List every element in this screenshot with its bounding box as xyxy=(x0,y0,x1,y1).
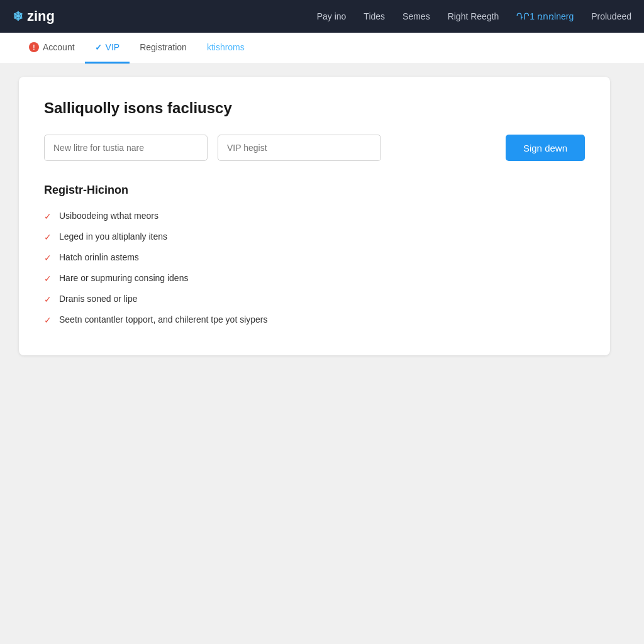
nav-link-proludeed[interactable]: Proludeed xyxy=(591,11,631,21)
nav-link-payino[interactable]: Pay ino xyxy=(317,11,347,21)
feature-text-5: Seetn contantler topport, and chilerent … xyxy=(59,314,268,325)
feature-list: ✓ Usiboodeing wthat meors ✓ Leged in you… xyxy=(44,211,585,325)
subnav-item-vip[interactable]: ✓ VIP xyxy=(85,33,130,64)
subnav-extra-label: ktishroms xyxy=(207,42,245,52)
nav-link-rightreegth[interactable]: Right Reegth xyxy=(448,11,499,21)
subnav-registration-label: Registration xyxy=(140,42,187,52)
form-row: Sign dewn xyxy=(44,135,585,161)
feature-text-0: Usiboodeing wthat meors xyxy=(59,211,158,221)
brand-name: zing xyxy=(27,8,55,25)
snowflake-icon: ❄ xyxy=(13,9,23,24)
navbar: ❄ zing Pay ino Tides Semes Right Reegth … xyxy=(0,0,644,33)
main-content: Salliquolly isons facliuscy Sign dewn Re… xyxy=(0,64,644,368)
vip-input[interactable] xyxy=(218,135,381,161)
nav-links: Pay ino Tides Semes Right Reegth ԴՐ1 ռոռ… xyxy=(317,11,631,21)
list-item: ✓ Usiboodeing wthat meors xyxy=(44,211,585,221)
brand-logo[interactable]: ❄ zing xyxy=(13,8,55,25)
vip-card: Salliquolly isons facliuscy Sign dewn Re… xyxy=(19,77,610,355)
nav-link-tides[interactable]: Tides xyxy=(364,11,385,21)
nav-link-semes[interactable]: Semes xyxy=(402,11,430,21)
feature-text-3: Hare or supmuring consing idens xyxy=(59,273,188,283)
subnav-item-registration[interactable]: Registration xyxy=(130,33,197,64)
check-icon-5: ✓ xyxy=(44,315,52,325)
check-icon-4: ✓ xyxy=(44,294,52,304)
feature-text-2: Hatch orinlin astems xyxy=(59,252,139,262)
check-icon-2: ✓ xyxy=(44,253,52,263)
subnav-item-account[interactable]: ! Account xyxy=(19,33,85,64)
name-input[interactable] xyxy=(44,135,208,161)
subnav-account-label: Account xyxy=(43,42,75,52)
vip-check-icon: ✓ xyxy=(95,43,102,52)
card-title: Salliquolly isons facliuscy xyxy=(44,99,585,117)
feature-text-4: Dranis soned or lipe xyxy=(59,294,138,304)
check-icon-3: ✓ xyxy=(44,274,52,284)
list-item: ✓ Dranis soned or lipe xyxy=(44,294,585,304)
check-icon-0: ✓ xyxy=(44,211,52,221)
sign-button[interactable]: Sign dewn xyxy=(506,135,585,161)
alert-badge-icon: ! xyxy=(29,42,39,52)
subnav: ! Account ✓ VIP Registration ktishroms xyxy=(0,33,644,64)
list-item: ✓ Hatch orinlin astems xyxy=(44,252,585,263)
feature-text-1: Leged in you altiplanly itens xyxy=(59,231,167,242)
nav-link-highlight[interactable]: ԴՐ1 ռոռlnerg xyxy=(516,11,574,21)
subnav-vip-label: VIP xyxy=(106,42,120,52)
features-title: Registr-Hicinon xyxy=(44,184,585,197)
check-icon-1: ✓ xyxy=(44,232,52,242)
list-item: ✓ Leged in you altiplanly itens xyxy=(44,231,585,242)
list-item: ✓ Seetn contantler topport, and chileren… xyxy=(44,314,585,325)
subnav-item-extra[interactable]: ktishroms xyxy=(197,33,255,64)
list-item: ✓ Hare or supmuring consing idens xyxy=(44,273,585,284)
